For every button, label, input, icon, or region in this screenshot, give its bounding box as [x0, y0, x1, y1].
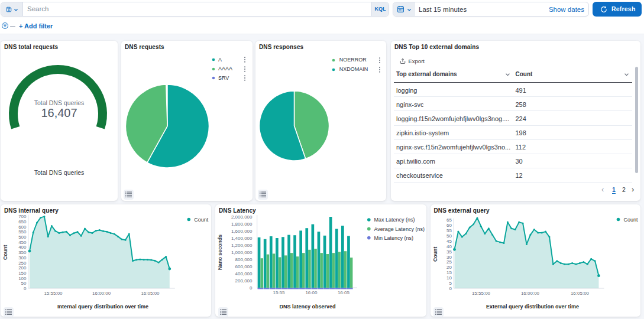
- svg-text:Average Latency (ns): Average Latency (ns): [374, 226, 425, 232]
- svg-text:800,000: 800,000: [235, 257, 253, 262]
- svg-text:1,600,000: 1,600,000: [231, 229, 253, 234]
- svg-text:15: 15: [446, 270, 452, 275]
- svg-text:20: 20: [446, 265, 452, 270]
- svg-text:600,000: 600,000: [235, 264, 253, 269]
- svg-text:250: 250: [18, 261, 27, 266]
- svg-text:5: 5: [449, 281, 452, 286]
- svg-text:Min Latency (ns): Min Latency (ns): [374, 235, 414, 241]
- svg-text:300: 300: [18, 255, 27, 261]
- svg-text:Count: Count: [2, 245, 8, 260]
- svg-text:150: 150: [18, 271, 27, 276]
- svg-text:500: 500: [18, 235, 27, 240]
- svg-text:45: 45: [446, 239, 452, 244]
- svg-text:0: 0: [449, 286, 452, 291]
- svg-text:16:00:00: 16:00:00: [520, 291, 539, 296]
- svg-text:55: 55: [446, 228, 452, 233]
- svg-text:16:05:00: 16:05:00: [141, 291, 160, 296]
- svg-text:450: 450: [18, 240, 27, 245]
- svg-text:1,200,000: 1,200,000: [231, 243, 253, 248]
- svg-text:25: 25: [446, 259, 452, 265]
- svg-text:30: 30: [446, 255, 452, 260]
- svg-text:Internal query distribution ov: Internal query distribution over time: [57, 304, 148, 310]
- svg-text:Count: Count: [194, 217, 209, 223]
- svg-text:15:55:00: 15:55:00: [471, 291, 490, 296]
- svg-text:Count: Count: [623, 217, 638, 223]
- svg-text:50: 50: [21, 281, 27, 286]
- svg-text:2,000,000: 2,000,000: [231, 214, 253, 220]
- svg-text:DNS latency observed: DNS latency observed: [279, 304, 335, 310]
- svg-text:16:00: 16:00: [305, 290, 318, 295]
- svg-text:16:05: 16:05: [338, 290, 350, 295]
- svg-text:50: 50: [446, 233, 452, 239]
- svg-text:Nano seconds: Nano seconds: [217, 235, 223, 270]
- svg-text:650: 650: [18, 219, 27, 224]
- svg-text:35: 35: [446, 249, 452, 255]
- svg-text:40: 40: [446, 244, 452, 249]
- svg-text:1,400,000: 1,400,000: [231, 236, 253, 241]
- svg-text:Max Latency (ns): Max Latency (ns): [374, 217, 415, 223]
- svg-text:0: 0: [24, 286, 27, 291]
- svg-text:200,000: 200,000: [235, 278, 253, 284]
- svg-text:1,800,000: 1,800,000: [231, 222, 253, 227]
- svg-text:700: 700: [18, 214, 27, 219]
- svg-text:Count: Count: [432, 247, 438, 262]
- svg-text:15:55:00: 15:55:00: [44, 291, 63, 296]
- svg-text:10: 10: [446, 275, 452, 281]
- svg-text:16:05:00: 16:05:00: [570, 291, 589, 296]
- svg-text:350: 350: [18, 250, 27, 255]
- svg-text:550: 550: [18, 229, 27, 235]
- svg-text:400,000: 400,000: [235, 271, 253, 276]
- svg-text:400: 400: [18, 245, 27, 250]
- svg-text:600: 600: [18, 224, 27, 230]
- svg-text:External query distribution ov: External query distribution over time: [486, 304, 578, 310]
- svg-text:1,000,000: 1,000,000: [231, 250, 253, 255]
- svg-text:60: 60: [446, 223, 452, 228]
- svg-text:200: 200: [18, 265, 27, 271]
- svg-text:0: 0: [250, 285, 253, 291]
- svg-text:100: 100: [18, 276, 27, 281]
- svg-text:15:55: 15:55: [273, 290, 285, 295]
- svg-text:16:00:00: 16:00:00: [92, 291, 111, 296]
- svg-text:65: 65: [446, 217, 452, 223]
